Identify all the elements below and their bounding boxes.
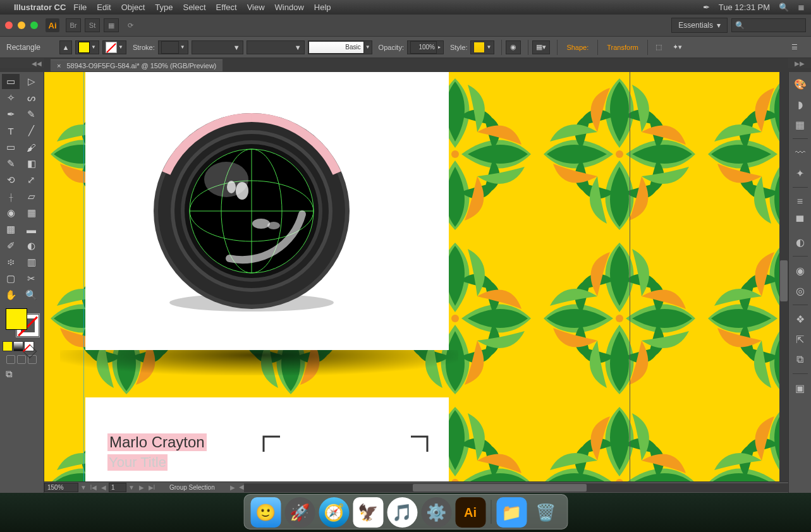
edit-symbol-button[interactable]: ✦▾ bbox=[669, 40, 686, 54]
text-fill-icon[interactable]: ▲ bbox=[59, 40, 72, 54]
dock-downloads[interactable]: 📁 bbox=[496, 497, 527, 528]
workspace-switcher[interactable]: Essentials ▾ bbox=[671, 18, 728, 33]
brush-style-dropdown[interactable]: Basic▼ bbox=[308, 40, 372, 54]
gpu-preview-button[interactable]: ⟳ bbox=[123, 18, 138, 32]
eraser-tool[interactable]: ◧ bbox=[23, 156, 40, 171]
minimize-window-button[interactable] bbox=[18, 21, 25, 29]
color-mode-none[interactable] bbox=[24, 341, 34, 351]
layers-panel-icon[interactable]: ❖ bbox=[792, 311, 808, 327]
screen-mode-button[interactable]: ⧉ bbox=[0, 366, 18, 382]
menu-select[interactable]: Select bbox=[183, 3, 205, 12]
rotate-tool[interactable]: ⟲ bbox=[2, 172, 20, 188]
appearance-panel-icon[interactable]: ◉ bbox=[792, 262, 808, 279]
scale-tool[interactable]: ⤢ bbox=[23, 172, 40, 188]
left-panel-collapse[interactable]: ◀◀ bbox=[0, 58, 44, 68]
close-window-button[interactable] bbox=[5, 21, 13, 29]
artboard-dropdown-icon[interactable]: ▼ bbox=[126, 484, 137, 491]
opacity-input[interactable]: ▸ bbox=[407, 40, 444, 54]
app-name[interactable]: Illustrator CC bbox=[14, 3, 66, 12]
color-mode-solid[interactable] bbox=[3, 341, 13, 351]
perspective-tool[interactable]: ▦ bbox=[23, 205, 40, 221]
curvature-tool[interactable]: ✎ bbox=[23, 107, 40, 122]
zoom-dropdown-icon[interactable]: ▼ bbox=[78, 484, 88, 491]
dock-illustrator[interactable]: Ai bbox=[455, 497, 485, 528]
direct-selection-tool[interactable]: ▷ bbox=[23, 74, 40, 89]
search-input[interactable]: 🔍 bbox=[731, 18, 806, 32]
color-mode-gradient[interactable] bbox=[13, 341, 23, 351]
shaper-tool[interactable]: ✎ bbox=[2, 156, 20, 171]
stroke-weight-input[interactable]: ▼ bbox=[158, 40, 188, 54]
menu-help[interactable]: Help bbox=[314, 3, 331, 12]
lasso-tool[interactable]: ᔕ bbox=[23, 90, 40, 106]
zoom-input[interactable]: 150% bbox=[44, 483, 78, 492]
rectangle-tool[interactable]: ▭ bbox=[2, 140, 20, 155]
fill-stroke-control[interactable] bbox=[4, 307, 40, 337]
menu-file[interactable]: File bbox=[73, 3, 87, 12]
symbols-panel-icon[interactable]: ✦ bbox=[792, 165, 808, 181]
vertical-scrollbar[interactable] bbox=[779, 72, 788, 481]
brush-def-dropdown[interactable]: ▼ bbox=[247, 40, 305, 54]
menu-list-icon[interactable]: ≣ bbox=[798, 3, 805, 12]
color-guide-panel-icon[interactable]: ◗ bbox=[792, 96, 808, 112]
draw-behind[interactable] bbox=[17, 355, 26, 364]
artboard-number-input[interactable]: 1 bbox=[109, 483, 126, 492]
dock-preferences[interactable]: ⚙️ bbox=[421, 497, 451, 528]
arrange-docs-button[interactable]: ▦ bbox=[104, 18, 119, 32]
stroke-panel-icon[interactable]: ≡ bbox=[792, 193, 808, 210]
shape-builder-tool[interactable]: ◉ bbox=[2, 205, 20, 221]
maximize-window-button[interactable] bbox=[30, 21, 38, 29]
width-tool[interactable]: ⟊ bbox=[2, 189, 20, 204]
stock-button[interactable]: St bbox=[85, 18, 100, 32]
isolate-button[interactable]: ⬚ bbox=[652, 40, 666, 54]
dock-finder[interactable]: 🙂 bbox=[250, 497, 281, 528]
shape-link[interactable]: Shape: bbox=[566, 44, 588, 51]
dock-mail[interactable]: 🦅 bbox=[353, 497, 383, 528]
zoom-tool[interactable]: 🔍 bbox=[23, 287, 40, 303]
hand-tool[interactable]: ✋ bbox=[2, 287, 20, 303]
canvas[interactable]: Marlo Crayton Your Title bbox=[44, 72, 788, 493]
dock-itunes[interactable]: 🎵 bbox=[387, 497, 417, 528]
clock[interactable]: Tue 12:31 PM bbox=[719, 3, 770, 12]
stroke-profile-dropdown[interactable]: ▼ bbox=[192, 40, 243, 54]
tablet-icon[interactable]: ✒ bbox=[703, 3, 710, 12]
close-tab-icon[interactable]: × bbox=[57, 62, 61, 70]
gradient-tool[interactable]: ▬ bbox=[23, 222, 40, 237]
scroll-left-icon[interactable]: ◀ bbox=[236, 483, 247, 490]
draw-normal[interactable] bbox=[6, 355, 15, 364]
menu-edit[interactable]: Edit bbox=[97, 3, 111, 12]
swatches-panel-icon[interactable]: ▦ bbox=[792, 116, 808, 133]
stroke-swatch[interactable]: ▼ bbox=[102, 40, 126, 54]
fill-swatch[interactable]: ▼ bbox=[75, 40, 99, 54]
document-tab[interactable]: × 58943-O9F5FG-584.ai* @ 150% (RGB/Previ… bbox=[51, 59, 223, 71]
controlbar-menu-icon[interactable]: ☰ bbox=[788, 40, 802, 54]
transform-link[interactable]: Transform bbox=[607, 44, 638, 51]
dock-trash[interactable]: 🗑️ bbox=[530, 497, 561, 528]
right-panel-collapse[interactable]: ▶▶ bbox=[788, 58, 811, 68]
graphic-style-swatch[interactable]: ▼ bbox=[470, 40, 494, 54]
transparency-panel-icon[interactable]: ◐ bbox=[792, 234, 808, 250]
graphic-styles-panel-icon[interactable]: ◎ bbox=[792, 282, 808, 299]
graph-tool[interactable]: ▥ bbox=[23, 255, 40, 270]
mesh-tool[interactable]: ▩ bbox=[2, 222, 20, 237]
card-title-text[interactable]: Your Title bbox=[107, 454, 168, 471]
slice-tool[interactable]: ✂ bbox=[23, 271, 40, 286]
menu-object[interactable]: Object bbox=[121, 3, 145, 12]
dock-safari[interactable]: 🧭 bbox=[319, 497, 349, 528]
free-transform-tool[interactable]: ▱ bbox=[23, 189, 40, 204]
pen-tool[interactable]: ✒ bbox=[2, 107, 20, 122]
artboards-panel-icon[interactable]: ⧉ bbox=[792, 351, 808, 368]
bridge-button[interactable]: Br bbox=[66, 18, 81, 32]
gradient-panel-icon[interactable]: ▀ bbox=[792, 214, 808, 230]
prev-artboard-button[interactable]: ◀ bbox=[99, 484, 109, 491]
horizontal-scrollbar[interactable]: ◀ bbox=[244, 483, 788, 492]
card-name-text[interactable]: Marlo Crayton bbox=[107, 433, 207, 451]
brushes-panel-icon[interactable]: 〰 bbox=[792, 145, 808, 161]
recolor-button[interactable]: ◉ bbox=[506, 40, 521, 54]
libraries-panel-icon[interactable]: ▣ bbox=[792, 380, 808, 396]
paintbrush-tool[interactable]: 🖌 bbox=[23, 140, 40, 155]
menu-view[interactable]: View bbox=[247, 3, 265, 12]
menu-effect[interactable]: Effect bbox=[216, 3, 237, 12]
artboard-tool[interactable]: ▢ bbox=[2, 271, 20, 286]
color-panel-icon[interactable]: 🎨 bbox=[792, 76, 808, 92]
blend-tool[interactable]: ◐ bbox=[23, 238, 40, 253]
